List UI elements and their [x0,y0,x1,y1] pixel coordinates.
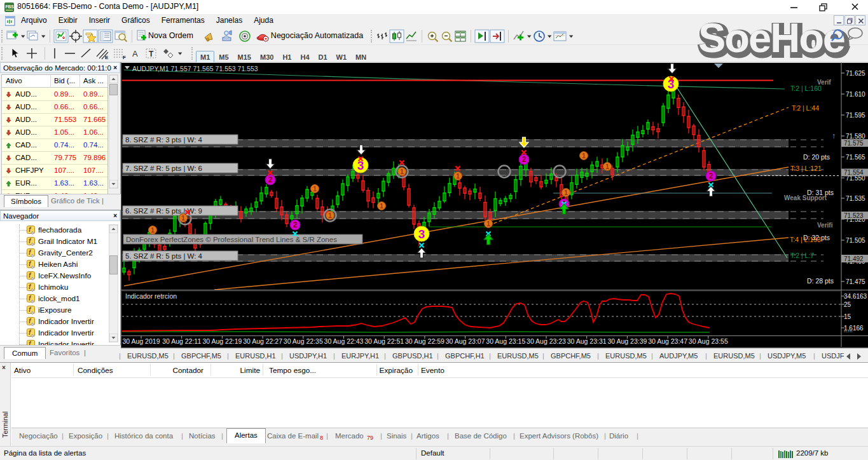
svg-text:2: 2 [522,155,527,164]
svg-text:71.610: 71.610 [846,91,865,98]
svg-text:D: 28 pts: D: 28 pts [807,277,834,285]
svg-text:5. SRZ # R: 5 pts | W: 4: 5. SRZ # R: 5 pts | W: 4 [125,252,203,260]
svg-text:AUDJPY,M1 71.557 71.565 71.55: AUDJPY,M1 71.557 71.565 71.553 71.553 [132,65,258,72]
svg-text:n.m: n.m [844,328,853,334]
svg-text:3: 3 [418,227,425,241]
svg-text:71.625: 71.625 [846,70,865,77]
svg-text:34.6163: 34.6163 [844,293,867,300]
svg-text:E: E [105,55,109,60]
svg-text:1: 1 [181,215,185,222]
svg-text:30 Aug 23:55: 30 Aug 23:55 [689,337,728,345]
svg-text:T:2 | L:160: T:2 | L:160 [790,85,822,92]
svg-text:71.565: 71.565 [846,154,865,161]
svg-text:SoeHoe: SoeHoe [698,15,844,61]
svg-text:A: A [132,49,138,58]
svg-text:D: 20 pts: D: 20 pts [803,153,830,161]
svg-text:2: 2 [709,172,713,180]
svg-text:T:4 | L:193: T:4 | L:193 [790,236,821,243]
svg-text:71.580: 71.580 [846,133,865,140]
svg-text:30 Aug 23:07: 30 Aug 23:07 [446,337,485,345]
svg-text:1: 1 [313,186,317,193]
svg-text:Indicador retrcion: Indicador retrcion [125,292,177,300]
svg-text:30 Aug 22:59: 30 Aug 22:59 [405,337,444,345]
svg-text:1: 1 [380,203,383,210]
svg-text:F: F [123,55,126,60]
svg-text:2: 2 [293,220,298,229]
svg-text:30 Aug 22:35: 30 Aug 22:35 [284,337,323,345]
svg-text:25: 25 [844,301,851,308]
svg-text:T:3 | L:121: T:3 | L:121 [790,165,822,172]
svg-text:Weak Support: Weak Support [784,194,827,201]
svg-text:1: 1 [400,168,404,175]
svg-text:71.554: 71.554 [844,169,864,176]
svg-text:71.575: 71.575 [844,140,864,147]
svg-text:FBS: FBS [6,4,15,9]
svg-text:71.535: 71.535 [846,195,865,202]
svg-text:30 Aug 23:31: 30 Aug 23:31 [567,337,607,345]
svg-text:DonForex PerfectZones © Profes: DonForex PerfectZones © Professional Tre… [126,236,337,243]
svg-text:71.492: 71.492 [844,255,864,262]
svg-text:71.523: 71.523 [844,212,864,219]
svg-text:8. SRZ # R: 3 pts | W: 4: 8. SRZ # R: 3 pts | W: 4 [125,136,203,144]
svg-text:30 Aug 22:19: 30 Aug 22:19 [202,337,242,345]
svg-text:71.595: 71.595 [846,112,865,119]
svg-text:T: T [149,50,154,58]
svg-text:71.475: 71.475 [846,278,865,285]
svg-text:30 Aug 22:27: 30 Aug 22:27 [243,337,282,345]
svg-text:1: 1 [605,163,609,170]
svg-text:1: 1 [486,220,490,227]
svg-text:6. SRZ # R: 5 pts | W: 9: 6. SRZ # R: 5 pts | W: 9 [125,207,202,215]
svg-text:7. SRZ # R: 5 pts | W: 6: 7. SRZ # R: 5 pts | W: 6 [125,165,202,172]
svg-text:1: 1 [328,212,332,219]
svg-text:30 Aug 23:23: 30 Aug 23:23 [527,337,566,345]
svg-text:71.505: 71.505 [846,237,865,244]
svg-text:30 Aug 22:43: 30 Aug 22:43 [324,337,364,345]
svg-text:30 Aug 23:15: 30 Aug 23:15 [486,337,525,345]
svg-text:30 Aug 2019: 30 Aug 2019 [123,337,160,345]
svg-text:1: 1 [456,173,460,180]
svg-text:T:2 | L:7: T:2 | L:7 [790,252,814,259]
svg-text:1: 1 [564,189,568,196]
svg-text:Verifi: Verifi [817,222,833,229]
svg-text:↑: ↑ [832,132,836,140]
svg-text:30 Aug 23:39: 30 Aug 23:39 [607,337,647,345]
svg-text:2: 2 [268,175,273,184]
svg-text:15: 15 [844,313,851,320]
svg-text:30 Aug 23:47: 30 Aug 23:47 [648,337,687,345]
svg-text:1: 1 [151,227,155,234]
svg-text:1: 1 [582,152,586,159]
svg-text:30 Aug 22:11: 30 Aug 22:11 [162,337,201,345]
svg-text:T:2 | L:44: T:2 | L:44 [792,104,819,112]
svg-text:30 Aug 22:51: 30 Aug 22:51 [364,337,404,345]
